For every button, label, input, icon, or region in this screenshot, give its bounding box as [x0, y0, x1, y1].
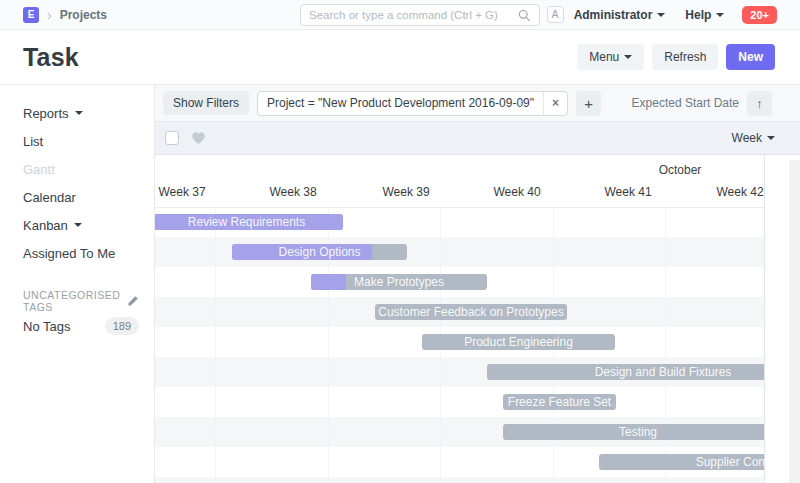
sidebar-item-label: Reports [23, 106, 69, 121]
view-range-dropdown[interactable]: Week [732, 131, 775, 145]
page-title: Task [23, 43, 79, 72]
gantt-bar-label: Design Options [278, 244, 360, 260]
tags-section-header: UNCATEGORISED TAGS [23, 291, 139, 311]
gantt-bar-freeze-feature-set[interactable]: Freeze Feature Set [503, 394, 616, 410]
gantt-bar-design-build-fixtures[interactable]: Design and Build Fixtures [487, 364, 765, 380]
main-content: Show Filters Project = "New Product Deve… [155, 85, 800, 483]
search-icon [518, 9, 531, 22]
view-range-label: Week [732, 131, 762, 145]
gantt-month-label: October [659, 163, 702, 177]
sidebar-item-label: Kanban [23, 218, 68, 233]
gantt-bar-testing[interactable]: Testing [503, 424, 765, 440]
chevron-down-icon [657, 13, 665, 17]
gantt-week-label: Week 38 [269, 185, 316, 199]
logo-letter: E [28, 9, 35, 20]
refresh-button-label: Refresh [664, 50, 706, 64]
sidebar-item-reports[interactable]: Reports [23, 99, 139, 127]
tag-item-label: No Tags [23, 319, 70, 334]
chevron-down-icon [624, 55, 632, 59]
gantt-bar-label: Review Requirements [188, 214, 305, 230]
gantt-gridline [215, 207, 216, 483]
sidebar: Reports List Gantt Calendar Kanban Assig… [0, 85, 155, 483]
gantt-week-label: Week 42 [716, 185, 763, 199]
breadcrumb[interactable]: Projects [60, 8, 107, 22]
show-filters-button[interactable]: Show Filters [163, 91, 249, 115]
sort-direction-button[interactable]: ↑ [747, 91, 772, 116]
refresh-button[interactable]: Refresh [652, 44, 718, 70]
sidebar-item-gantt[interactable]: Gantt [23, 155, 139, 183]
breadcrumb-chevron-icon: › [47, 8, 52, 22]
chevron-down-icon [74, 223, 82, 227]
gantt-gridline [665, 207, 666, 483]
gantt-chart: October Week 37 Week 38 Week 39 Week 40 … [155, 155, 800, 483]
gantt-bar-customer-feedback[interactable]: Customer Feedback on Prototypes [375, 304, 567, 320]
filter-pill-label: Project = "New Product Development 2016-… [258, 96, 543, 110]
menu-button-label: Menu [589, 50, 619, 64]
gantt-bar-label: Freeze Feature Set [508, 394, 611, 410]
scrollbar-track[interactable] [789, 160, 800, 483]
gantt-row [155, 387, 765, 417]
gantt-bar-label: Supplier Contract [696, 454, 765, 470]
tag-item-no-tags[interactable]: No Tags 189 [23, 317, 139, 335]
sidebar-item-label: Calendar [23, 190, 76, 205]
sidebar-item-label: List [23, 134, 43, 149]
gantt-header-divider [155, 207, 765, 208]
user-menu-label: Administrator [574, 8, 653, 22]
avatar-letter: A [552, 9, 559, 20]
filter-bar: Show Filters Project = "New Product Deve… [155, 85, 800, 122]
new-button[interactable]: New [726, 44, 775, 70]
sidebar-item-label: Gantt [23, 162, 55, 177]
chevron-down-icon [75, 111, 83, 115]
gantt-bar-design-options[interactable]: Design Options [232, 244, 407, 260]
navbar-right: A Administrator Help 20+ [547, 6, 777, 24]
new-button-label: New [738, 50, 763, 64]
tag-count-badge: 189 [105, 317, 139, 335]
gantt-row [155, 477, 765, 483]
gantt-bar-label: Make Prototypes [354, 274, 444, 290]
sidebar-item-calendar[interactable]: Calendar [23, 183, 139, 211]
gantt-bar-label: Customer Feedback on Prototypes [378, 304, 563, 320]
gantt-week-label: Week 39 [382, 185, 429, 199]
user-menu[interactable]: Administrator [574, 8, 666, 22]
gantt-bar-make-prototypes[interactable]: Make Prototypes [311, 274, 487, 290]
gantt-bar-supplier-contract[interactable]: Supplier Contract [599, 454, 765, 470]
app-logo[interactable]: E [23, 7, 39, 23]
list-toolbar: Week [155, 122, 800, 155]
active-filter-pill[interactable]: Project = "New Product Development 2016-… [257, 91, 568, 116]
select-all-checkbox[interactable] [165, 131, 179, 145]
notification-badge[interactable]: 20+ [742, 6, 777, 24]
add-filter-button[interactable]: + [576, 91, 601, 116]
pencil-icon[interactable] [127, 295, 139, 307]
gantt-bar-label: Testing [619, 424, 657, 440]
chevron-down-icon [767, 136, 775, 140]
avatar[interactable]: A [547, 6, 564, 23]
gantt-grid: October Week 37 Week 38 Week 39 Week 40 … [155, 155, 765, 483]
page-head: Task Menu Refresh New [0, 30, 800, 85]
search-placeholder: Search or type a command (Ctrl + G) [309, 9, 518, 21]
menu-button[interactable]: Menu [577, 44, 644, 70]
heart-icon[interactable] [191, 131, 206, 145]
gantt-bar-label: Design and Build Fixtures [595, 364, 732, 380]
gantt-week-label: Week 40 [493, 185, 540, 199]
remove-filter-icon[interactable]: × [543, 92, 567, 115]
gantt-bar-product-engineering[interactable]: Product Engineering [422, 334, 615, 350]
page-actions: Menu Refresh New [577, 44, 775, 70]
sidebar-item-label: Assigned To Me [23, 246, 115, 261]
help-menu-label: Help [685, 8, 711, 22]
tags-section-title: UNCATEGORISED TAGS [23, 289, 127, 313]
page-body: Reports List Gantt Calendar Kanban Assig… [0, 85, 800, 483]
sidebar-item-kanban[interactable]: Kanban [23, 211, 139, 239]
gantt-bar-review-requirements[interactable]: Review Requirements [155, 214, 343, 230]
chevron-down-icon [716, 13, 724, 17]
gantt-bar-progress [311, 274, 346, 290]
search-input[interactable]: Search or type a command (Ctrl + G) [300, 4, 540, 26]
sort-field-label[interactable]: Expected Start Date [632, 96, 739, 110]
navbar: E › Projects Search or type a command (C… [0, 0, 800, 30]
help-menu[interactable]: Help [685, 8, 724, 22]
gantt-week-label: Week 37 [158, 185, 205, 199]
sidebar-item-list[interactable]: List [23, 127, 139, 155]
sidebar-item-assigned-to-me[interactable]: Assigned To Me [23, 239, 139, 267]
gantt-week-label: Week 41 [604, 185, 651, 199]
gantt-bar-label: Product Engineering [464, 334, 573, 350]
